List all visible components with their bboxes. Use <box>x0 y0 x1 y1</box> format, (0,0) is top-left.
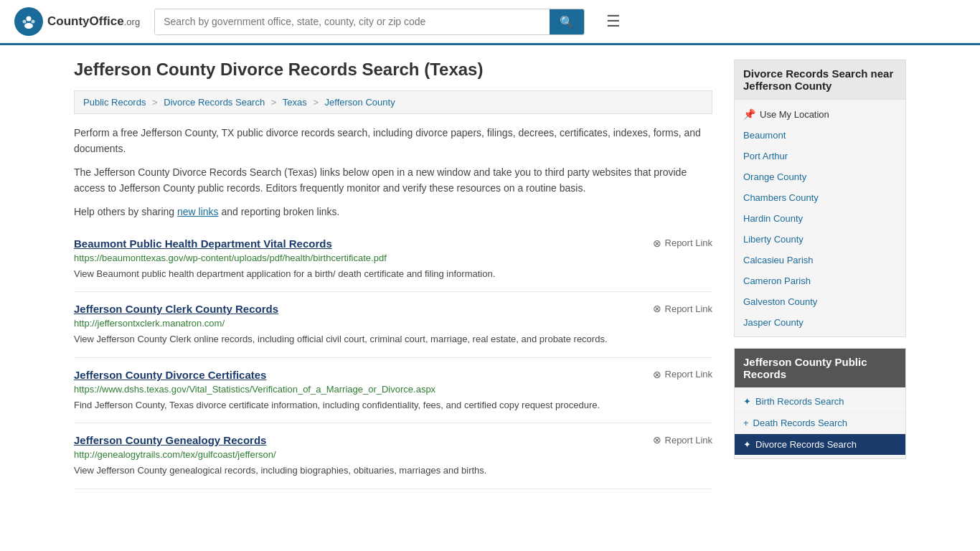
search-input[interactable] <box>155 9 550 34</box>
sidebar-item-calcasieu-parish[interactable]: Calcasieu Parish <box>735 250 905 270</box>
sidebar-public-records-header: Jefferson County Public Records <box>735 349 905 387</box>
record-item-0: Beaumont Public Health Department Vital … <box>74 227 712 293</box>
breadcrumb-sep-3: > <box>313 97 319 108</box>
record-desc-2: Find Jefferson County, Texas divorce cer… <box>74 398 712 413</box>
sidebar: Divorce Records Search near Jefferson Co… <box>734 60 906 489</box>
search-bar: 🔍 <box>154 9 585 35</box>
svg-point-1 <box>27 17 32 22</box>
sidebar-public-records-list: ✦ Birth Records Search + Death Records S… <box>735 387 905 458</box>
sidebar-item-beaumont-label: Beaumont <box>743 130 786 141</box>
sidebar-public-records-section: Jefferson County Public Records ✦ Birth … <box>734 348 906 459</box>
sidebar-item-jasper-county-label: Jasper County <box>743 317 804 328</box>
main-content: Jefferson County Divorce Records Search … <box>74 60 712 489</box>
sidebar-item-chambers-county-label: Chambers County <box>743 192 819 203</box>
sidebar-nearby-list: 📌 Use My Location Beaumont Port Arthur O… <box>735 100 905 336</box>
records-list: Beaumont Public Health Department Vital … <box>74 227 712 489</box>
record-title-0[interactable]: Beaumont Public Health Department Vital … <box>74 237 332 250</box>
description-2: The Jefferson County Divorce Records Sea… <box>74 164 712 197</box>
sidebar-item-cameron-parish-label: Cameron Parish <box>743 276 811 286</box>
svg-point-4 <box>32 20 35 24</box>
record-item-2: Jefferson County Divorce Certificates ⊗ … <box>74 358 712 424</box>
new-links-link[interactable]: new links <box>177 206 219 217</box>
report-label-3: Report Link <box>665 435 712 446</box>
report-icon-2: ⊗ <box>653 369 661 380</box>
location-icon: 📌 <box>743 108 755 120</box>
menu-icon[interactable]: ☰ <box>606 12 621 31</box>
description-3-post: and reporting broken links. <box>219 206 340 217</box>
breadcrumb-jefferson-county[interactable]: Jefferson County <box>325 97 395 108</box>
report-link-1[interactable]: ⊗ Report Link <box>653 303 712 314</box>
sidebar-item-calcasieu-parish-label: Calcasieu Parish <box>743 255 814 265</box>
record-url-2[interactable]: https://www.dshs.texas.gov/Vital_Statist… <box>74 384 712 395</box>
breadcrumb: Public Records > Divorce Records Search … <box>74 90 712 114</box>
svg-point-3 <box>23 20 27 24</box>
report-link-3[interactable]: ⊗ Report Link <box>653 434 712 446</box>
breadcrumb-texas[interactable]: Texas <box>283 97 307 108</box>
breadcrumb-public-records[interactable]: Public Records <box>83 97 146 108</box>
report-icon-0: ⊗ <box>653 237 661 249</box>
sidebar-item-beaumont[interactable]: Beaumont <box>735 125 905 146</box>
report-icon-3: ⊗ <box>653 434 661 446</box>
breadcrumb-sep-1: > <box>152 97 158 108</box>
sidebar-item-orange-county-label: Orange County <box>743 171 806 182</box>
description-3: Help others by sharing new links and rep… <box>74 204 712 220</box>
sidebar-pub-divorce-records[interactable]: ✦ Divorce Records Search <box>735 434 905 455</box>
record-desc-1: View Jefferson County Clerk online recor… <box>74 332 712 347</box>
description-1: Perform a free Jefferson County, TX publ… <box>74 125 712 157</box>
sidebar-item-liberty-county[interactable]: Liberty County <box>735 229 905 250</box>
sidebar-pub-death-records[interactable]: + Death Records Search <box>735 413 905 434</box>
record-url-0[interactable]: https://beaumonttexas.gov/wp-content/upl… <box>74 253 712 263</box>
report-label-0: Report Link <box>665 237 712 248</box>
logo[interactable]: CountyOffice.org <box>14 7 140 36</box>
report-link-0[interactable]: ⊗ Report Link <box>653 237 712 249</box>
record-desc-0: View Beaumont public health department a… <box>74 267 712 281</box>
record-item-3: Jefferson County Genealogy Records ⊗ Rep… <box>74 423 712 489</box>
breadcrumb-sep-2: > <box>271 97 277 108</box>
report-label-1: Report Link <box>665 303 712 314</box>
sidebar-nearby-section: Divorce Records Search near Jefferson Co… <box>734 60 906 337</box>
sidebar-use-location[interactable]: 📌 Use My Location <box>735 103 905 125</box>
report-link-2[interactable]: ⊗ Report Link <box>653 369 712 380</box>
divorce-icon: ✦ <box>743 439 751 450</box>
death-icon: + <box>743 418 749 428</box>
sidebar-item-jasper-county[interactable]: Jasper County <box>735 312 905 333</box>
sidebar-pub-death-label: Death Records Search <box>753 418 848 428</box>
sidebar-item-chambers-county[interactable]: Chambers County <box>735 187 905 208</box>
sidebar-pub-divorce-label: Divorce Records Search <box>755 439 857 450</box>
breadcrumb-divorce-records[interactable]: Divorce Records Search <box>164 97 265 108</box>
logo-icon <box>14 7 43 36</box>
svg-point-2 <box>24 23 33 29</box>
sidebar-item-orange-county[interactable]: Orange County <box>735 166 905 187</box>
sidebar-item-galveston-county-label: Galveston County <box>743 296 817 307</box>
sidebar-item-hardin-county[interactable]: Hardin County <box>735 208 905 229</box>
search-icon: 🔍 <box>560 16 574 28</box>
record-url-3[interactable]: http://genealogytrails.com/tex/gulfcoast… <box>74 449 712 460</box>
record-title-1[interactable]: Jefferson County Clerk County Records <box>74 303 278 315</box>
record-desc-3: View Jefferson County genealogical recor… <box>74 463 712 478</box>
logo-text: CountyOffice.org <box>47 14 140 29</box>
record-item-1: Jefferson County Clerk County Records ⊗ … <box>74 292 712 358</box>
sidebar-item-port-arthur[interactable]: Port Arthur <box>735 146 905 166</box>
sidebar-item-galveston-county[interactable]: Galveston County <box>735 291 905 312</box>
record-title-3[interactable]: Jefferson County Genealogy Records <box>74 434 266 446</box>
sidebar-item-port-arthur-label: Port Arthur <box>743 151 788 161</box>
sidebar-nearby-header: Divorce Records Search near Jefferson Co… <box>735 60 905 100</box>
page-title: Jefferson County Divorce Records Search … <box>74 60 712 80</box>
sidebar-pub-birth-label: Birth Records Search <box>755 396 844 407</box>
record-url-1[interactable]: http://jeffersontxclerk.manatron.com/ <box>74 318 712 329</box>
report-label-2: Report Link <box>665 369 712 380</box>
sidebar-item-cameron-parish[interactable]: Cameron Parish <box>735 270 905 291</box>
sidebar-item-liberty-county-label: Liberty County <box>743 234 804 245</box>
sidebar-item-hardin-county-label: Hardin County <box>743 213 803 224</box>
description-3-pre: Help others by sharing <box>74 206 177 217</box>
report-icon-1: ⊗ <box>653 303 661 314</box>
search-button[interactable]: 🔍 <box>550 9 584 34</box>
sidebar-pub-birth-records[interactable]: ✦ Birth Records Search <box>735 391 905 413</box>
record-title-2[interactable]: Jefferson County Divorce Certificates <box>74 369 266 381</box>
birth-icon: ✦ <box>743 396 751 407</box>
use-location-label: Use My Location <box>760 109 829 120</box>
